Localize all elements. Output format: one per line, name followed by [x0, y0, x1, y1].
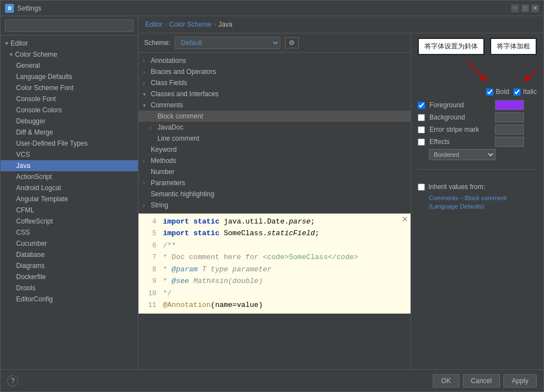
- search-input[interactable]: [5, 19, 133, 32]
- italic-checkbox-label[interactable]: Italic: [513, 88, 537, 96]
- line-number: 7: [143, 252, 156, 262]
- ct-keyword[interactable]: Keyword: [139, 144, 411, 155]
- center-panel: Scheme: Default ⚙ › Annotations ›: [139, 33, 411, 369]
- ok-button[interactable]: OK: [433, 374, 459, 388]
- breadcrumb-color-scheme[interactable]: Color Scheme: [169, 21, 211, 28]
- ct-label: Methods: [151, 157, 176, 165]
- ct-string[interactable]: › String: [139, 200, 411, 211]
- effects-row: Effects: [418, 137, 537, 147]
- error-stripe-row: Error stripe mark: [418, 125, 537, 135]
- line-number: 9: [143, 276, 156, 286]
- sidebar-item-css[interactable]: CSS: [1, 227, 138, 238]
- ct-class-fields[interactable]: › Class Fields: [139, 77, 411, 88]
- sidebar-item-database[interactable]: Database: [1, 249, 138, 260]
- inherit-link-block-comment[interactable]: Comments→Block comment: [429, 194, 537, 202]
- sidebar-item-user-defined[interactable]: User-Defined File Types: [1, 138, 138, 149]
- keyword-import: import: [163, 217, 189, 226]
- sidebar-item-color-scheme[interactable]: ▾ Color Scheme: [1, 49, 138, 60]
- doc-comment-see: * @see Math#sin(double): [163, 276, 263, 287]
- method-name: parse: [289, 217, 310, 226]
- ct-javadoc[interactable]: › JavaDoc: [139, 122, 411, 133]
- cancel-button[interactable]: Cancel: [463, 374, 500, 388]
- sidebar-item-diff-merge[interactable]: Diff & Merge: [1, 127, 138, 138]
- svg-line-0: [468, 61, 484, 80]
- scheme-select[interactable]: Default: [175, 37, 280, 49]
- effects-checkbox[interactable]: [418, 138, 425, 146]
- sidebar: ▾ Editor ▾ Color Scheme General Language…: [1, 16, 139, 369]
- sidebar-item-language-defaults[interactable]: Language Defaults: [1, 71, 138, 82]
- preview-line-6: 6 /**: [139, 240, 411, 252]
- help-button[interactable]: ?: [7, 375, 18, 386]
- ct-arrow: ›: [143, 80, 149, 86]
- code-content: import static SomeClass.staticField;: [163, 228, 319, 239]
- settings-window: ⚙ Settings − □ ✕ ▾ Editor ▾ Color Scheme: [0, 0, 544, 392]
- sidebar-item-cfml[interactable]: CFML: [1, 205, 138, 216]
- ct-label: Semantic highlighting: [151, 190, 214, 198]
- ct-label: Class Fields: [151, 79, 187, 87]
- sidebar-item-console-colors[interactable]: Console Colors: [1, 105, 138, 116]
- sidebar-item-diagrams[interactable]: Diagrams: [1, 260, 138, 271]
- effects-color-swatch[interactable]: [495, 137, 524, 147]
- color-scheme-tree: › Annotations › Braces and Operators › C…: [139, 53, 411, 214]
- sidebar-item-cucumber[interactable]: Cucumber: [1, 238, 138, 249]
- italic-annotation-box: 将字体设置为斜体: [418, 38, 484, 55]
- ct-classes[interactable]: ▾ Classes and Interfaces: [139, 88, 411, 100]
- italic-checkbox[interactable]: [513, 88, 521, 96]
- ct-comments[interactable]: ▾ Comments: [139, 100, 411, 111]
- sidebar-item-angular[interactable]: Angular Template: [1, 193, 138, 205]
- italic-annotation-text: 将字体设置为斜体: [424, 42, 478, 50]
- sidebar-item-general[interactable]: General: [1, 60, 138, 71]
- ct-semantic[interactable]: Semantic highlighting: [139, 188, 411, 200]
- error-stripe-label: Error stripe mark: [429, 126, 491, 133]
- ct-line-comment[interactable]: Line comment: [139, 133, 411, 144]
- sidebar-item-coffeescript[interactable]: CoffeeScript: [1, 216, 138, 227]
- ct-annotations[interactable]: › Annotations: [139, 55, 411, 66]
- sidebar-item-actionscript[interactable]: ActionScript: [1, 171, 138, 182]
- sidebar-item-drools[interactable]: Drools: [1, 282, 138, 294]
- error-stripe-color-swatch[interactable]: [495, 125, 524, 135]
- error-stripe-checkbox[interactable]: [418, 126, 425, 133]
- maximize-button[interactable]: □: [521, 4, 529, 12]
- close-button[interactable]: ✕: [531, 4, 539, 12]
- sidebar-item-vcs[interactable]: VCS: [1, 149, 138, 160]
- breadcrumb-editor[interactable]: Editor: [145, 21, 162, 28]
- bold-checkbox-label[interactable]: Bold: [486, 88, 509, 96]
- background-color-swatch[interactable]: [495, 112, 524, 122]
- foreground-checkbox[interactable]: [418, 102, 425, 109]
- titlebar-left: ⚙ Settings: [5, 4, 41, 13]
- ct-block-comment[interactable]: Block comment: [139, 111, 411, 122]
- sidebar-item-debugger[interactable]: Debugger: [1, 116, 138, 127]
- minimize-button[interactable]: −: [511, 4, 519, 12]
- sidebar-item-console-font[interactable]: Console Font: [1, 93, 138, 105]
- svg-line-1: [526, 61, 537, 80]
- sidebar-item-editor[interactable]: ▾ Editor: [1, 38, 138, 49]
- background-label: Background: [429, 113, 491, 121]
- ct-methods[interactable]: › Methods: [139, 155, 411, 166]
- ct-number[interactable]: Number: [139, 166, 411, 177]
- sidebar-item-color-scheme-font[interactable]: Color Scheme Font: [1, 82, 138, 93]
- breadcrumb: Editor › Color Scheme › Java: [139, 16, 543, 33]
- close-preview-button[interactable]: ✕: [402, 215, 408, 224]
- inherit-checkbox[interactable]: [418, 183, 425, 191]
- effects-select[interactable]: Bordered Underscored Bold Underscored Do…: [429, 149, 496, 160]
- foreground-color-swatch[interactable]: [495, 100, 524, 110]
- sidebar-item-android-logcat[interactable]: Android Logcat: [1, 182, 138, 193]
- sidebar-item-editorconfig[interactable]: EditorConfig: [1, 294, 138, 305]
- background-checkbox[interactable]: [418, 114, 425, 121]
- annotation-text: @Annotation: [163, 300, 211, 311]
- sidebar-tree: ▾ Editor ▾ Color Scheme General Language…: [1, 36, 138, 369]
- sidebar-item-java[interactable]: Java: [1, 160, 138, 171]
- code-content: import static java.util.Date.parse;: [163, 216, 315, 227]
- scheme-gear-button[interactable]: ⚙: [285, 37, 299, 48]
- ct-label: Braces and Operators: [151, 68, 216, 76]
- apply-button[interactable]: Apply: [503, 374, 537, 388]
- ct-label: Number: [151, 168, 175, 176]
- ct-label: String: [151, 201, 168, 209]
- ct-parameters[interactable]: › Parameters: [139, 177, 411, 188]
- ct-braces[interactable]: › Braces and Operators: [139, 66, 411, 77]
- sidebar-item-dockerfile[interactable]: Dockerfile: [1, 271, 138, 282]
- main-content: ▾ Editor ▾ Color Scheme General Language…: [1, 16, 543, 369]
- main-panel: Editor › Color Scheme › Java Scheme: Def…: [139, 16, 543, 369]
- ct-label: JavaDoc: [157, 123, 184, 131]
- bold-checkbox[interactable]: [486, 88, 493, 96]
